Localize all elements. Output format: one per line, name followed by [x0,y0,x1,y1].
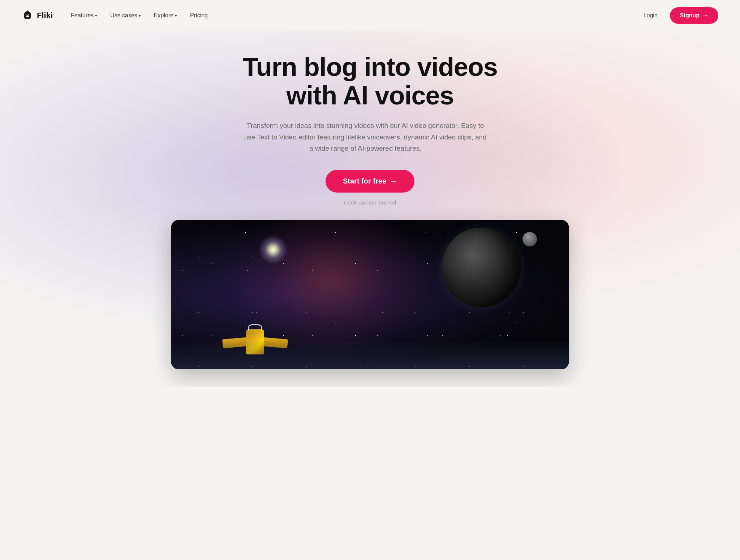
nav-links: Features ▾ Use cases ▾ Explore ▾ Pricing [66,9,213,22]
logo-icon [22,10,33,21]
navbar: Fliki Features ▾ Use cases ▾ Explore ▾ P… [0,0,740,31]
features-chevron-icon: ▾ [95,13,97,18]
signup-arrow-icon: → [702,12,708,19]
pricing-label: Pricing [190,12,208,19]
planet-decoration [442,228,521,307]
cta-button[interactable]: Start for free → [326,170,414,193]
login-button[interactable]: Login [638,9,663,22]
hero-subtitle: Transform your ideas into stunning video… [242,120,488,154]
spacecraft-dish [248,324,262,331]
nav-item-pricing[interactable]: Pricing [185,9,213,22]
ground-decoration [171,339,569,369]
hero-title-line1: Turn blog into videos [242,52,498,81]
usecases-label: Use cases [110,12,137,19]
usecases-chevron-icon: ▾ [139,13,141,18]
cta-label: Start for free [343,177,386,185]
cta-arrow-icon: → [390,177,397,185]
navbar-right: Login Signup → [638,7,718,24]
navbar-left: Fliki Features ▾ Use cases ▾ Explore ▾ P… [22,9,213,22]
hero-title: Turn blog into videos with AI voices [242,53,498,110]
light-source-decoration [259,235,288,264]
hero-section: Turn blog into videos with AI voices Tra… [0,31,740,387]
brand-name: Fliki [37,11,53,20]
nav-item-usecases[interactable]: Use cases ▾ [105,9,146,22]
explore-label: Explore [154,12,173,19]
video-scene [171,220,569,369]
video-preview[interactable] [171,220,569,369]
signup-button[interactable]: Signup → [670,7,718,24]
explore-chevron-icon: ▾ [175,13,177,18]
nav-item-features[interactable]: Features ▾ [66,9,102,22]
hero-content: Turn blog into videos with AI voices Tra… [242,53,498,206]
credit-note: credit card not required [242,200,498,206]
signup-label: Signup [680,12,700,19]
logo[interactable]: Fliki [22,10,53,21]
hero-title-line2: with AI voices [286,81,453,110]
nav-item-explore[interactable]: Explore ▾ [149,9,182,22]
features-label: Features [71,12,94,19]
